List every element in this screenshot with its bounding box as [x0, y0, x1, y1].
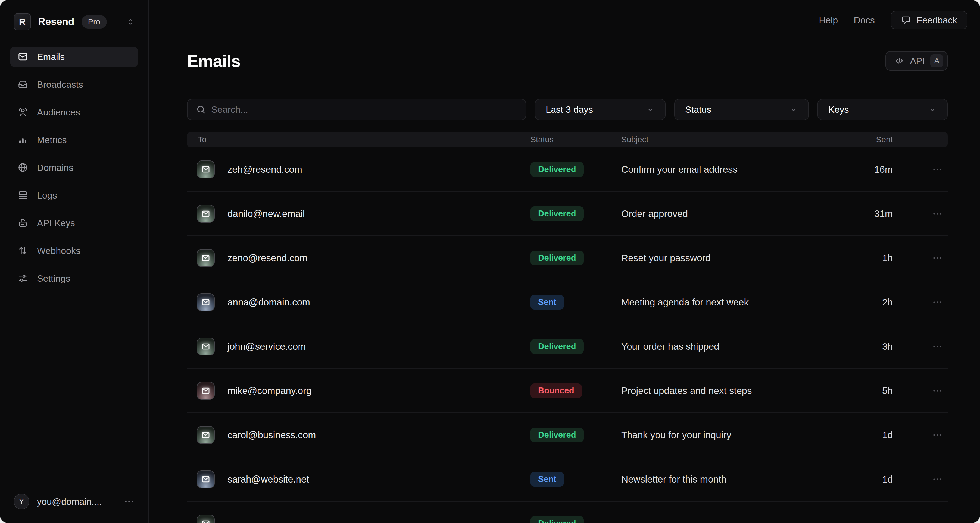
chevron-down-icon [928, 105, 937, 114]
row-menu-ellipsis-icon[interactable] [930, 384, 944, 398]
title-row: Emails API A [187, 0, 948, 71]
column-header-subject: Subject [621, 135, 648, 144]
sidebar-item-label: API Keys [37, 218, 75, 228]
row-menu-ellipsis-icon[interactable] [930, 207, 944, 221]
api-button[interactable]: API A [885, 51, 948, 71]
filter-status[interactable]: Status [674, 99, 809, 120]
table-row[interactable]: mike@company.org Bounced Project updates… [187, 369, 948, 413]
recipient-email: anna@domain.com [228, 297, 310, 307]
sidebar-item-label: Metrics [37, 135, 67, 145]
sidebar-item-settings[interactable]: Settings [10, 268, 138, 288]
row-menu-ellipsis-icon[interactable] [930, 339, 944, 353]
search-box [187, 99, 526, 120]
envelope-icon [201, 253, 211, 263]
email-subject: Newsletter for this month [621, 474, 726, 485]
user-account[interactable]: Y you@domain.... [0, 483, 148, 523]
status-badge: Delivered [530, 339, 584, 354]
row-menu-ellipsis-icon[interactable] [930, 517, 944, 523]
feedback-button[interactable]: Feedback [891, 11, 967, 29]
email-subject: Order approved [621, 208, 688, 219]
recipient-email: carol@business.com [228, 429, 316, 441]
table-row[interactable]: zeh@resend.com Delivered Confirm your em… [187, 147, 948, 192]
status-badge: Delivered [530, 428, 584, 442]
recipient-email: zeno@resend.com [228, 252, 307, 263]
recipient-email: john@service.com [228, 341, 306, 352]
envelope-icon [201, 430, 211, 440]
page-title: Emails [187, 51, 240, 71]
shortcut-key-badge: A [930, 54, 943, 67]
filter-date-range[interactable]: Last 3 days [535, 99, 665, 120]
top-bar: Help Docs Feedback [819, 11, 967, 29]
chevron-down-icon [789, 105, 798, 114]
email-status-icon [197, 205, 215, 223]
ellipsis-icon[interactable] [123, 496, 135, 507]
sidebar-item-metrics[interactable]: Metrics [10, 130, 138, 150]
sidebar-nav: Emails Broadcasts Audiences Metrics Doma… [0, 43, 148, 296]
table-row[interactable]: danilo@new.email Delivered Order approve… [187, 192, 948, 236]
docs-link[interactable]: Docs [854, 15, 875, 25]
metrics-icon [18, 135, 28, 145]
sidebar-item-label: Settings [37, 273, 70, 284]
sidebar-item-emails[interactable]: Emails [10, 47, 138, 67]
envelope-icon [201, 519, 211, 523]
filters-row: Last 3 days Status Keys [187, 99, 948, 120]
recipient-email: mike@company.org [228, 385, 312, 396]
table-row[interactable]: carol@business.com Delivered Thank you f… [187, 413, 948, 457]
status-badge-wrap: Delivered [530, 162, 584, 177]
status-badge: Sent [530, 472, 564, 487]
code-icon [894, 55, 904, 66]
table-row[interactable]: sarah@website.net Sent Newsletter for th… [187, 457, 948, 502]
status-badge-wrap: Delivered [530, 428, 584, 442]
chevron-down-icon [646, 105, 655, 114]
api-button-label: API [910, 55, 925, 66]
status-badge: Bounced [530, 384, 582, 398]
email-status-icon [197, 160, 215, 178]
envelope-icon [201, 209, 211, 219]
user-email: you@domain.... [37, 496, 102, 507]
row-menu-ellipsis-icon[interactable] [930, 162, 944, 176]
table-row[interactable]: john@service.com Delivered Your order ha… [187, 325, 948, 369]
sidebar-item-logs[interactable]: Logs [10, 185, 138, 205]
resend-logo: R [14, 13, 31, 30]
email-status-icon [197, 338, 215, 355]
sidebar-item-broadcasts[interactable]: Broadcasts [10, 74, 138, 95]
sidebar-item-label: Domains [37, 162, 73, 173]
row-menu-ellipsis-icon[interactable] [930, 428, 944, 442]
plan-badge: Pro [81, 15, 107, 29]
row-menu-ellipsis-icon[interactable] [930, 472, 944, 487]
sidebar: R Resend Pro Emails Broadcasts Audiences… [0, 0, 149, 523]
status-badge-wrap: Sent [530, 295, 564, 309]
email-status-icon [197, 382, 215, 400]
sidebar-item-label: Audiences [37, 107, 80, 117]
column-header-to: To [198, 135, 207, 144]
emails-icon [18, 51, 28, 62]
sidebar-item-domains[interactable]: Domains [10, 157, 138, 178]
chevrons-updown-icon[interactable] [126, 17, 135, 26]
status-badge-wrap: Delivered [530, 339, 584, 354]
search-input[interactable] [211, 104, 517, 115]
status-badge: Delivered [530, 516, 584, 523]
status-badge: Sent [530, 295, 564, 309]
table-row[interactable]: Delivered [187, 502, 948, 523]
status-badge: Delivered [530, 250, 584, 265]
api-keys-icon [18, 217, 28, 228]
envelope-icon [201, 297, 211, 307]
row-menu-ellipsis-icon[interactable] [930, 295, 944, 309]
sidebar-item-audiences[interactable]: Audiences [10, 102, 138, 122]
table-row[interactable]: zeno@resend.com Delivered Reset your pas… [187, 236, 948, 280]
envelope-icon [201, 165, 211, 174]
sidebar-item-webhooks[interactable]: Webhooks [10, 241, 138, 261]
email-subject: Reset your password [621, 252, 711, 263]
workspace-switcher[interactable]: R Resend Pro [0, 0, 148, 43]
sent-time: 1d [882, 474, 893, 485]
table-row[interactable]: anna@domain.com Sent Meeting agenda for … [187, 280, 948, 325]
sidebar-item-api-keys[interactable]: API Keys [10, 213, 138, 233]
recipient-email: danilo@new.email [228, 208, 305, 219]
filter-keys[interactable]: Keys [818, 99, 948, 120]
sent-time: 5h [882, 385, 893, 396]
search-icon [196, 104, 206, 115]
help-link[interactable]: Help [819, 15, 838, 25]
row-menu-ellipsis-icon[interactable] [930, 251, 944, 265]
sidebar-item-label: Broadcasts [37, 79, 83, 90]
audiences-icon [18, 107, 28, 117]
